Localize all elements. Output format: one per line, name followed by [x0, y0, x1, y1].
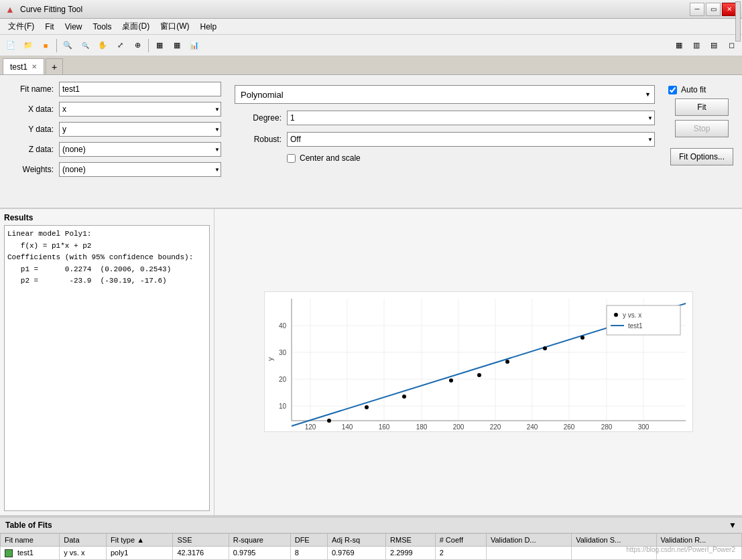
robust-select-wrapper: Off LAR Bisquare ▼: [287, 132, 655, 147]
results-panel: Results Linear model Poly1: f(x) = p1*x …: [0, 209, 214, 515]
toolbar-new[interactable]: 📄: [3, 38, 19, 54]
z-data-select-wrapper: (none) ▼: [59, 142, 221, 157]
table-title: Table of Fits ▼: [0, 518, 742, 533]
svg-point-46: [614, 313, 618, 317]
toolbar-select[interactable]: ⤢: [112, 38, 128, 54]
results-text: Linear model Poly1: f(x) = p1*x + p2 Coe…: [7, 228, 206, 287]
fit-button[interactable]: Fit: [675, 98, 729, 116]
y-data-select[interactable]: y: [59, 122, 221, 137]
toolbar-open[interactable]: 📁: [20, 38, 36, 54]
col-ncoeff[interactable]: # Coeff: [435, 533, 486, 546]
toolbar-zoom-out[interactable]: 🔍: [77, 38, 93, 54]
col-val-d[interactable]: Validation D...: [486, 533, 571, 546]
fit-options-button[interactable]: Fit Options...: [670, 148, 733, 165]
weights-select-wrapper: (none) ▼: [59, 162, 221, 177]
svg-text:160: 160: [378, 423, 389, 431]
fit-name-row: Fit name:: [7, 82, 221, 96]
autofit-checkbox[interactable]: [668, 86, 677, 94]
z-data-select[interactable]: (none): [59, 142, 221, 157]
x-data-select[interactable]: x: [59, 102, 221, 117]
svg-rect-45: [607, 305, 680, 335]
col-sse[interactable]: SSE: [173, 533, 229, 546]
autofit-row: Auto fit: [668, 85, 706, 94]
window-controls: ─ ▭ ✕: [690, 3, 737, 16]
toolbar-zoom-in[interactable]: 🔍: [60, 38, 76, 54]
toolbar-sep1: [56, 39, 57, 52]
col-dfe[interactable]: DFE: [290, 533, 327, 546]
menu-tools[interactable]: Tools: [87, 21, 117, 33]
svg-text:30: 30: [278, 349, 286, 356]
toolbar-layout2[interactable]: ▥: [688, 38, 704, 54]
svg-text:10: 10: [278, 403, 286, 410]
degree-label: Degree:: [235, 113, 282, 123]
menu-desktop[interactable]: 桌面(D): [117, 19, 155, 33]
toolbar-grid2[interactable]: ▦: [169, 38, 185, 54]
x-data-label: X data:: [7, 104, 54, 114]
z-data-label: Z data:: [7, 145, 54, 154]
degree-select[interactable]: 1 2 3: [287, 111, 655, 125]
svg-point-37: [449, 378, 453, 382]
fit-type-wrapper: Polynomial Linear Custom Smoothing Splin…: [235, 85, 655, 104]
fit-name-input[interactable]: [59, 82, 221, 96]
robust-row: Robust: Off LAR Bisquare ▼: [235, 132, 655, 147]
col-fit-name[interactable]: Fit name: [1, 533, 60, 546]
svg-text:40: 40: [278, 322, 286, 330]
center-scale-checkbox[interactable]: [287, 154, 296, 163]
svg-text:test1: test1: [628, 322, 643, 330]
cell-val-s: [572, 546, 656, 559]
weights-row: Weights: (none) ▼: [7, 162, 221, 177]
robust-select[interactable]: Off LAR Bisquare: [287, 132, 655, 147]
results-content: Linear model Poly1: f(x) = p1*x + p2 Coe…: [4, 225, 210, 511]
fits-table: Fit name Data Fit type ▲ SSE R-square DF…: [0, 533, 742, 560]
col-rsquare[interactable]: R-square: [229, 533, 290, 546]
svg-point-38: [477, 373, 481, 377]
toolbar-grid1[interactable]: ▦: [151, 38, 168, 54]
col-val-r[interactable]: Validation R...: [656, 533, 741, 546]
menu-fit[interactable]: Fit: [40, 21, 59, 33]
fit-type-select[interactable]: Polynomial Linear Custom Smoothing Splin…: [235, 85, 655, 104]
table-title-label: Table of Fits: [5, 520, 52, 530]
cell-rsquare: 0.9795: [229, 546, 290, 559]
svg-point-39: [505, 360, 509, 364]
stop-button[interactable]: Stop: [675, 120, 729, 137]
col-data[interactable]: Data: [60, 533, 107, 546]
results-title: Results: [4, 213, 210, 222]
toolbar-color[interactable]: ■: [38, 38, 54, 54]
svg-text:300: 300: [637, 423, 649, 431]
minimize-button[interactable]: ─: [690, 3, 704, 16]
toolbar-data-cursor[interactable]: ⊕: [129, 38, 145, 54]
toolbar-chart[interactable]: 📊: [186, 38, 202, 54]
col-adj-rsq[interactable]: Adj R-sq: [327, 533, 385, 546]
chart-area: 10 20 30 40 120 140 160 180: [214, 209, 742, 515]
tab-add-button[interactable]: +: [46, 58, 63, 74]
svg-text:140: 140: [341, 423, 353, 431]
y-data-select-wrapper: y ▼: [59, 122, 221, 137]
svg-text:280: 280: [601, 423, 612, 431]
col-val-s[interactable]: Validation S...: [572, 533, 656, 546]
svg-text:220: 220: [489, 423, 501, 431]
restore-button[interactable]: ▭: [706, 3, 721, 16]
table-row: test1 y vs. x poly1 42.3176 0.9795 8 0.9…: [1, 546, 742, 559]
tab-test1[interactable]: test1 ✕: [3, 58, 44, 74]
toolbar-layout3[interactable]: ▤: [706, 38, 722, 54]
col-fit-type[interactable]: Fit type ▲: [106, 533, 172, 546]
cell-val-r: [656, 546, 741, 559]
weights-select[interactable]: (none): [59, 162, 221, 177]
cell-ncoeff: 2: [435, 546, 486, 559]
menu-file[interactable]: 文件(F): [3, 19, 40, 33]
svg-text:200: 200: [452, 423, 464, 431]
fit-name-label: Fit name:: [7, 84, 54, 94]
close-button[interactable]: ✕: [722, 3, 737, 16]
toolbar-pan[interactable]: ✋: [95, 38, 111, 54]
svg-text:X: X: [487, 431, 492, 432]
table-collapse-icon[interactable]: ▼: [729, 520, 737, 530]
svg-point-34: [327, 419, 331, 423]
menu-window[interactable]: 窗口(W): [155, 19, 194, 33]
menu-view[interactable]: View: [60, 21, 88, 33]
x-data-select-wrapper: x ▼: [59, 102, 221, 117]
menu-help[interactable]: Help: [194, 21, 222, 33]
col-rmse[interactable]: RMSE: [386, 533, 436, 546]
svg-text:y: y: [266, 357, 274, 361]
toolbar-layout1[interactable]: ▦: [671, 38, 687, 54]
tab-close-icon[interactable]: ✕: [32, 63, 37, 70]
